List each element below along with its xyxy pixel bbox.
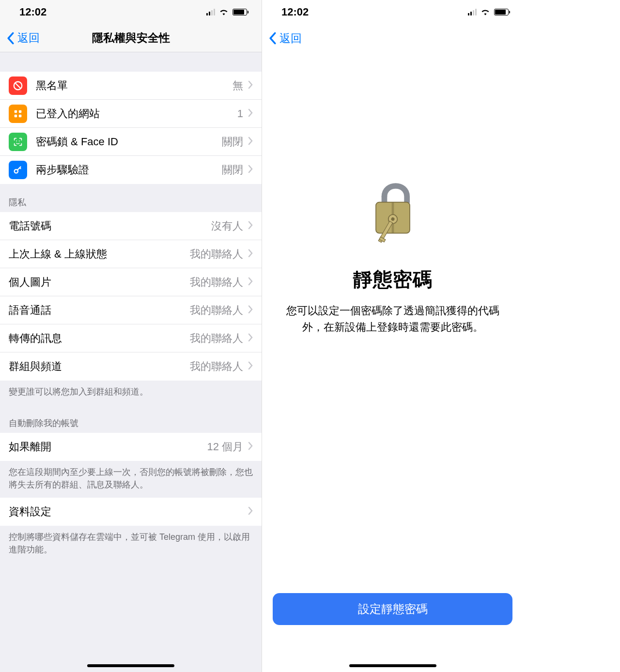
privacy-group: 電話號碼 沒有人 上次上線 & 上線狀態 我的聯絡人 個人圖片 我的聯絡人 語音… bbox=[0, 212, 262, 381]
back-label: 返回 bbox=[279, 31, 302, 46]
key-icon bbox=[9, 161, 27, 179]
chevron-right-icon bbox=[248, 441, 253, 453]
cell-label: 個人圖片 bbox=[9, 275, 190, 290]
privacy-section-header: 隱私 bbox=[0, 184, 262, 212]
cell-value: 12 個月 bbox=[207, 440, 243, 454]
cell-label: 資料設定 bbox=[9, 504, 248, 519]
cell-value: 關閉 bbox=[222, 135, 243, 149]
button-label: 設定靜態密碼 bbox=[358, 601, 428, 617]
chevron-right-icon bbox=[248, 248, 253, 260]
voice-calls-cell[interactable]: 語音通話 我的聯絡人 bbox=[0, 296, 262, 324]
passcode-faceid-cell[interactable]: 密碼鎖 & Face ID 關閉 bbox=[0, 128, 262, 156]
cell-value: 我的聯絡人 bbox=[190, 275, 243, 290]
autodelete-section-header: 自動刪除我的帳號 bbox=[0, 405, 262, 433]
status-bar: 12:02 bbox=[0, 0, 262, 24]
svg-point-7 bbox=[19, 140, 20, 141]
svg-rect-3 bbox=[19, 110, 22, 113]
blocked-users-cell[interactable]: 黑名單 無 bbox=[0, 72, 262, 100]
wifi-icon bbox=[219, 6, 229, 18]
padlock-illustration bbox=[354, 165, 432, 257]
status-icons bbox=[206, 6, 247, 18]
cellular-signal-icon bbox=[206, 9, 215, 15]
status-time: 12:02 bbox=[281, 6, 309, 18]
cell-label: 群組與頻道 bbox=[9, 359, 190, 374]
profile-photo-cell[interactable]: 個人圖片 我的聯絡人 bbox=[0, 268, 262, 296]
account-self-destruct-cell[interactable]: 如果離開 12 個月 bbox=[0, 433, 262, 461]
svg-rect-4 bbox=[15, 114, 17, 117]
nav-bar: 返回 隱私權與安全性 bbox=[0, 24, 262, 52]
groups-channels-cell[interactable]: 群組與頻道 我的聯絡人 bbox=[0, 352, 262, 381]
home-indicator[interactable] bbox=[87, 664, 174, 667]
chevron-right-icon bbox=[248, 79, 253, 92]
block-icon bbox=[9, 76, 27, 95]
screen-title: 靜態密碼 bbox=[353, 266, 433, 293]
data-settings-group: 資料設定 bbox=[0, 498, 262, 526]
two-step-setup-screen: 12:02 返回 bbox=[262, 0, 523, 672]
svg-line-1 bbox=[16, 83, 21, 88]
cell-value: 我的聯絡人 bbox=[190, 331, 243, 346]
cell-label: 電話號碼 bbox=[9, 219, 211, 233]
cellular-signal-icon bbox=[468, 9, 477, 15]
cell-label: 如果離開 bbox=[9, 440, 207, 454]
chevron-right-icon bbox=[248, 220, 253, 232]
cell-value: 關閉 bbox=[222, 163, 243, 177]
chevron-right-icon bbox=[248, 304, 253, 317]
chevron-right-icon bbox=[248, 136, 253, 148]
cell-label: 已登入的網站 bbox=[36, 107, 237, 121]
faceid-icon bbox=[9, 133, 27, 151]
phone-number-cell[interactable]: 電話號碼 沒有人 bbox=[0, 212, 262, 240]
chevron-right-icon bbox=[248, 332, 253, 345]
data-settings-cell[interactable]: 資料設定 bbox=[0, 498, 262, 526]
nav-bar: 返回 bbox=[262, 24, 523, 52]
svg-point-6 bbox=[16, 140, 17, 141]
cell-label: 黑名單 bbox=[36, 78, 232, 93]
cell-label: 語音通話 bbox=[9, 303, 190, 318]
cell-value: 無 bbox=[232, 78, 243, 93]
svg-rect-5 bbox=[19, 114, 22, 117]
svg-rect-2 bbox=[15, 110, 17, 113]
cell-value: 我的聯絡人 bbox=[190, 359, 243, 374]
cell-label: 上次上線 & 上線狀態 bbox=[9, 247, 190, 261]
main-content: 靜態密碼 您可以設定一個密碼除了透過簡訊獲得的代碼外，在新設備上登錄時還需要此密… bbox=[262, 165, 523, 336]
wifi-icon bbox=[480, 6, 490, 18]
screen-description: 您可以設定一個密碼除了透過簡訊獲得的代碼外，在新設備上登錄時還需要此密碼。 bbox=[277, 303, 509, 336]
cell-label: 密碼鎖 & Face ID bbox=[36, 135, 222, 149]
back-button[interactable]: 返回 bbox=[5, 29, 42, 47]
cell-label: 轉傳的訊息 bbox=[9, 331, 190, 346]
autodelete-section-footer: 您在這段期間內至少要上線一次，否則您的帳號將被刪除，您也將失去所有的群組、訊息及… bbox=[0, 461, 262, 498]
status-time: 12:02 bbox=[19, 6, 46, 18]
active-sessions-cell[interactable]: 已登入的網站 1 bbox=[0, 100, 262, 128]
data-section-footer: 控制將哪些資料儲存在雲端中，並可被 Telegram 使用，以啟用進階功能。 bbox=[0, 526, 262, 563]
cell-value: 沒有人 bbox=[211, 219, 243, 233]
chevron-right-icon bbox=[248, 505, 253, 518]
privacy-settings-screen: 12:02 返回 隱私權與安全性 黑名單 無 bbox=[0, 0, 262, 672]
home-indicator[interactable] bbox=[349, 664, 436, 667]
battery-icon bbox=[232, 9, 247, 15]
chevron-right-icon bbox=[248, 164, 253, 176]
cell-value: 我的聯絡人 bbox=[190, 303, 243, 318]
chevron-right-icon bbox=[248, 360, 253, 373]
status-icons bbox=[468, 6, 509, 18]
security-group: 黑名單 無 已登入的網站 1 密碼鎖 & Face ID 關閉 兩步驟驗證 bbox=[0, 72, 262, 184]
cell-label: 兩步驟驗證 bbox=[36, 163, 222, 177]
forwarded-messages-cell[interactable]: 轉傳的訊息 我的聯絡人 bbox=[0, 324, 262, 352]
chevron-right-icon bbox=[248, 276, 253, 289]
two-step-verification-cell[interactable]: 兩步驟驗證 關閉 bbox=[0, 156, 262, 184]
back-label: 返回 bbox=[17, 31, 40, 46]
last-seen-cell[interactable]: 上次上線 & 上線狀態 我的聯絡人 bbox=[0, 240, 262, 268]
battery-icon bbox=[494, 9, 509, 15]
chevron-right-icon bbox=[248, 107, 253, 120]
cell-value: 我的聯絡人 bbox=[190, 247, 243, 261]
back-button[interactable]: 返回 bbox=[267, 29, 304, 48]
status-bar: 12:02 bbox=[262, 0, 523, 24]
grid-icon bbox=[9, 105, 27, 123]
privacy-section-footer: 變更誰可以將您加入到群組和頻道。 bbox=[0, 381, 262, 405]
cell-value: 1 bbox=[237, 107, 243, 120]
autodelete-group: 如果離開 12 個月 bbox=[0, 433, 262, 461]
set-password-button[interactable]: 設定靜態密碼 bbox=[273, 593, 512, 625]
